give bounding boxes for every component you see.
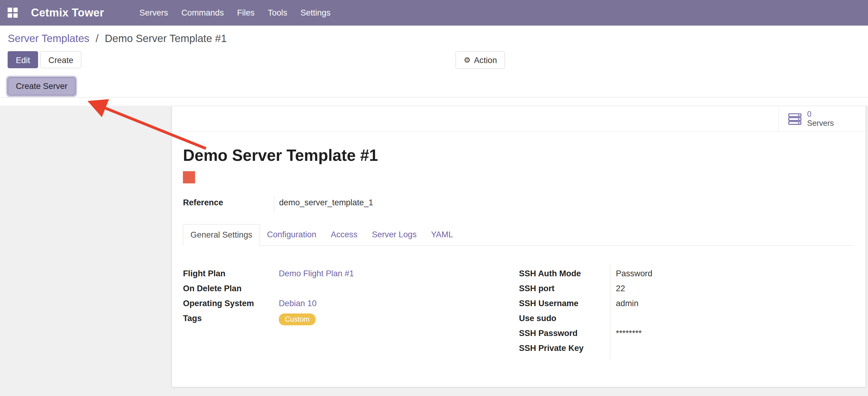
tab-general-settings[interactable]: General Settings [183,224,259,246]
menu-servers[interactable]: Servers [133,5,175,21]
servers-icon [788,113,802,125]
breadcrumb-parent-link[interactable]: Server Templates [8,33,89,44]
ssh-port-value: 22 [610,284,625,293]
menu-commands[interactable]: Commands [175,5,230,21]
menu-files[interactable]: Files [230,5,261,21]
field-label: SSH Private Key [519,343,610,353]
field-label: Operating System [183,299,279,308]
gear-icon: ⚙ [464,56,470,64]
breadcrumb: Server Templates / Demo Server Template … [8,33,868,45]
field-label: Flight Plan [183,269,279,278]
field-label: SSH Auth Mode [519,269,610,278]
flight-plan-link[interactable]: Demo Flight Plan #1 [279,269,354,278]
field-label: Tags [183,313,279,323]
tab-access[interactable]: Access [323,224,365,246]
stat-count: 0 [807,110,834,118]
tab-yaml[interactable]: YAML [424,224,461,246]
reference-label: Reference [183,196,274,212]
field-operating-system: Operating System Debian 10 [183,299,519,310]
field-ssh-private-key: SSH Private Key [519,343,854,354]
operating-system-link[interactable]: Debian 10 [279,299,316,308]
color-swatch[interactable] [183,171,195,183]
field-use-sudo: Use sudo [519,313,854,324]
field-label: SSH Username [519,299,610,308]
tag-custom: Custom [279,313,316,325]
main-menu: Servers Commands Files Tools Settings [133,5,337,21]
tab-configuration[interactable]: Configuration [260,224,323,246]
field-ssh-port: SSH port 22 [519,284,854,294]
field-label: SSH Password [519,329,610,338]
breadcrumb-separator: / [96,33,99,44]
field-ssh-username: SSH Username admin [519,299,854,310]
fields-right-group: SSH Auth Mode Password SSH port 22 SSH U… [519,269,854,359]
record-sheet: 0 Servers Demo Server Template #1 Refere… [172,106,866,387]
reference-field: Reference demo_server_template_1 [183,196,854,212]
stat-label: Servers [807,119,834,128]
content-area: 0 Servers Demo Server Template #1 Refere… [0,106,868,396]
field-on-delete-plan: On Delete Plan [183,284,519,294]
top-navbar: Cetmix Tower Servers Commands Files Tool… [0,0,868,26]
ssh-auth-mode-value: Password [610,269,653,278]
tags-value: Custom [279,313,316,325]
reference-value: demo_server_template_1 [274,196,373,212]
sheet-inner: Demo Server Template #1 Reference demo_s… [172,132,866,369]
action-button-label: Action [474,56,497,64]
breadcrumb-current: Demo Server Template #1 [105,33,227,44]
field-label: Use sudo [519,313,610,323]
field-tags: Tags Custom [183,313,519,325]
field-ssh-auth-mode: SSH Auth Mode Password [519,269,854,280]
statusbar: Create Server [0,77,868,97]
field-flight-plan: Flight Plan Demo Flight Plan #1 [183,269,519,280]
field-ssh-password: SSH Password ******** [519,329,854,339]
action-button[interactable]: ⚙ Action [456,51,505,69]
ssh-password-value: ******** [610,329,642,338]
menu-settings[interactable]: Settings [294,5,337,21]
apps-grid-icon[interactable] [8,8,18,18]
menu-tools[interactable]: Tools [261,5,294,21]
tab-content-general-settings: Flight Plan Demo Flight Plan #1 On Delet… [183,246,854,359]
stat-text: 0 Servers [807,110,834,128]
button-box-row: 0 Servers [172,106,866,132]
tab-server-logs[interactable]: Server Logs [365,224,424,246]
field-label: On Delete Plan [183,284,279,293]
control-panel: Server Templates / Demo Server Template … [0,33,868,97]
field-label: SSH port [519,284,610,293]
create-button[interactable]: Create [40,51,82,68]
brand[interactable]: Cetmix Tower [31,6,104,19]
create-server-button[interactable]: Create Server [8,77,75,95]
servers-stat-button[interactable]: 0 Servers [778,106,866,131]
notebook-tabs: General Settings Configuration Access Se… [183,224,854,246]
control-buttons: Edit Create ⚙ Action [8,51,868,68]
fields-left-group: Flight Plan Demo Flight Plan #1 On Delet… [183,269,519,359]
page: Cetmix Tower Servers Commands Files Tool… [0,0,868,396]
record-title: Demo Server Template #1 [183,146,854,165]
edit-button[interactable]: Edit [8,51,38,68]
ssh-username-value: admin [610,299,639,308]
